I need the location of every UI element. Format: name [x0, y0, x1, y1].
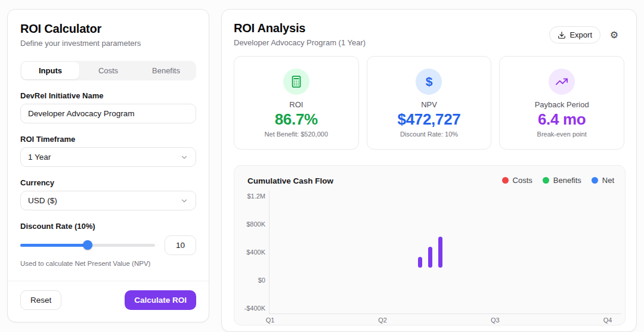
timeframe-select[interactable]: 1 Year	[20, 147, 196, 167]
currency-label: Currency	[20, 178, 196, 187]
export-label: Export	[569, 30, 592, 39]
discount-rate-slider[interactable]	[20, 235, 155, 255]
dollar-glyph: $	[426, 75, 433, 89]
metric-card-npv: $ NPV $472,727 Discount Rate: 10%	[367, 56, 492, 150]
x-axis-line	[269, 314, 621, 314]
gear-icon[interactable]: ⚙	[608, 29, 621, 42]
legend-item-net: Net	[592, 176, 614, 185]
roi-calculator-panel: ROI Calculator Define your investment pa…	[7, 9, 209, 322]
legend-dot-benefits	[543, 177, 549, 184]
chart-title: Cumulative Cash Flow	[247, 176, 333, 185]
legend-item-costs: Costs	[502, 176, 532, 185]
legend-label: Net	[602, 176, 614, 185]
metric-value: 6.4 mo	[500, 110, 624, 129]
x-axis-tick-label: Q2	[371, 317, 395, 324]
metric-value: $472,727	[367, 110, 491, 129]
y-axis-tick-label: $0	[236, 277, 265, 284]
discount-rate-help: Used to calculate Net Present Value (NPV…	[20, 260, 196, 267]
x-axis-tick-label: Q1	[258, 317, 282, 324]
y-axis-tick-label: $1.2M	[236, 193, 265, 200]
tab-inputs[interactable]: Inputs	[21, 62, 79, 79]
legend-item-benefits: Benefits	[543, 176, 581, 185]
chevron-down-icon	[180, 197, 188, 205]
metric-label: Payback Period	[500, 100, 624, 109]
chart-legend: Costs Benefits Net	[502, 176, 614, 185]
cash-flow-bar	[428, 247, 432, 268]
metric-value: 86.7%	[234, 110, 358, 129]
legend-label: Costs	[513, 176, 532, 185]
y-axis-line	[269, 191, 270, 314]
discount-rate-input[interactable]	[165, 235, 196, 255]
metric-card-roi: ROI 86.7% Net Benefit: $520,000	[234, 56, 359, 150]
timeframe-label: ROI Timeframe	[20, 135, 196, 144]
initiative-name-label: DevRel Initiative Name	[20, 91, 196, 100]
y-axis-tick-label: -$400K	[236, 305, 265, 312]
x-axis-tick-label: Q3	[483, 317, 507, 324]
slider-fill	[20, 244, 88, 247]
discount-rate-label: Discount Rate (10%)	[20, 222, 196, 231]
metric-label: ROI	[234, 100, 358, 109]
slider-thumb[interactable]	[83, 240, 92, 250]
calculator-title: ROI Calculator	[20, 22, 196, 36]
y-axis-tick-label: $400K	[236, 249, 265, 256]
tab-costs[interactable]: Costs	[79, 62, 137, 79]
cash-flow-chart: Cumulative Cash Flow Costs Benefits Net …	[234, 165, 626, 325]
download-icon	[558, 31, 566, 39]
x-axis-tick-label: Q4	[596, 317, 620, 324]
reset-button[interactable]: Reset	[20, 290, 61, 310]
metric-cards: ROI 86.7% Net Benefit: $520,000 $ NPV $4…	[234, 56, 624, 150]
metric-subtext: Net Benefit: $520,000	[234, 131, 358, 138]
y-axis-tick-label: $800K	[236, 221, 265, 228]
dollar-icon: $	[416, 69, 442, 95]
export-button[interactable]: Export	[549, 26, 600, 44]
legend-dot-net	[592, 177, 598, 184]
roi-analysis-panel: ROI Analysis Developer Advocacy Program …	[221, 9, 637, 332]
tab-benefits[interactable]: Benefits	[137, 62, 195, 79]
calculator-subtitle: Define your investment parameters	[20, 39, 196, 48]
timeframe-value: 1 Year	[28, 153, 51, 162]
legend-dot-costs	[502, 177, 509, 184]
calculator-footer: Reset Calculate ROI	[8, 281, 209, 322]
metric-subtext: Break-even point	[500, 131, 624, 138]
calculator-icon	[283, 69, 309, 95]
metric-subtext: Discount Rate: 10%	[367, 131, 491, 138]
metric-label: NPV	[367, 100, 491, 109]
cash-flow-bar	[418, 257, 422, 268]
calculate-roi-button[interactable]: Calculate ROI	[125, 290, 196, 310]
metric-card-payback: Payback Period 6.4 mo Break-even point	[499, 56, 624, 150]
calculator-tabs: Inputs Costs Benefits	[20, 61, 196, 80]
legend-label: Benefits	[553, 176, 581, 185]
currency-value: USD ($)	[28, 196, 57, 205]
chevron-down-icon	[180, 153, 188, 162]
cash-flow-bar	[438, 237, 442, 268]
currency-select[interactable]: USD ($)	[20, 191, 196, 210]
initiative-name-input[interactable]	[20, 104, 196, 123]
trending-up-icon	[549, 69, 575, 95]
